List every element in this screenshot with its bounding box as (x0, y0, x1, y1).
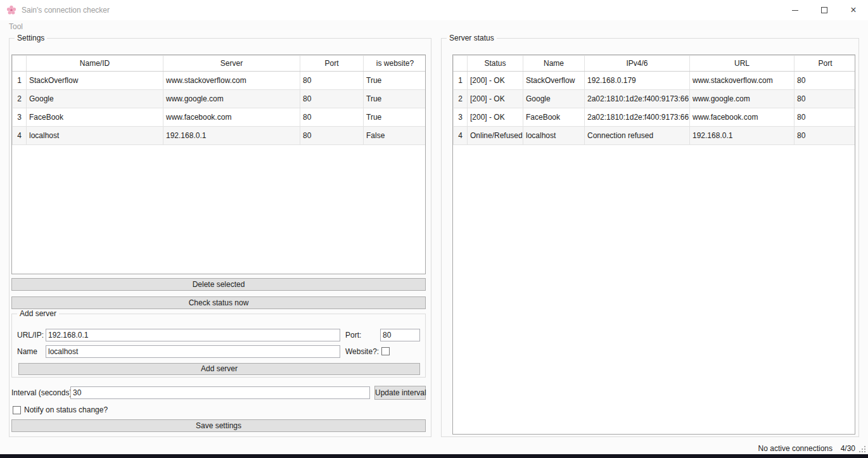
interval-input[interactable] (70, 386, 370, 399)
column-header[interactable]: Name (523, 56, 585, 72)
grid-cell[interactable]: True (364, 90, 426, 108)
save-settings-button[interactable]: Save settings (11, 419, 426, 432)
row-header[interactable]: 1 (13, 72, 27, 90)
row-header[interactable]: 1 (454, 72, 468, 90)
grid-cell[interactable]: 80 (300, 90, 364, 108)
column-header[interactable]: Port (300, 56, 364, 72)
grid-cell[interactable]: 80 (795, 72, 856, 90)
grid-cell[interactable]: 80 (300, 127, 364, 145)
window-title: Sain's connection checker (22, 0, 110, 20)
column-header[interactable]: Status (468, 56, 523, 72)
grid-cell[interactable]: [200] - OK (468, 72, 523, 90)
server-status-group: Server status StatusNameIPv4/6URLPort1[2… (441, 38, 859, 437)
grid-cell[interactable]: True (364, 72, 426, 90)
settings-group: Settings Name/IDServerPortis website?1St… (9, 38, 431, 437)
row-header[interactable]: 2 (13, 90, 27, 108)
column-header[interactable]: IPv4/6 (585, 56, 690, 72)
table-row: 1[200] - OKStackOverflow192.168.0.179www… (454, 72, 856, 90)
grid-cell[interactable]: True (364, 108, 426, 127)
column-header[interactable]: Name/ID (27, 56, 163, 72)
grid-cell[interactable]: FaceBook (27, 108, 163, 127)
app-window: Sain's connection checker × Tool Setting… (0, 0, 868, 458)
row-header[interactable]: 2 (454, 90, 468, 108)
url-ip-input[interactable] (46, 329, 340, 341)
add-server-group-label: Add server (17, 309, 59, 318)
add-server-group: Add server URL/IP: Port: Name Website?: … (11, 314, 426, 378)
grid-cell[interactable]: 80 (300, 72, 364, 90)
grid-cell[interactable]: localhost (523, 127, 585, 145)
title-bar: Sain's connection checker × (0, 0, 868, 20)
server-status-grid: StatusNameIPv4/6URLPort1[200] - OKStackO… (453, 55, 855, 145)
grid-cell[interactable]: StackOverflow (523, 72, 585, 90)
port-input[interactable] (380, 329, 420, 341)
add-server-button[interactable]: Add server (18, 363, 420, 375)
grid-cell[interactable]: 80 (795, 108, 856, 127)
table-row: 2[200] - OKGoogle2a02:1810:1d2e:f400:917… (454, 90, 856, 108)
grid-cell[interactable]: 192.168.0.1 (163, 127, 300, 145)
column-header[interactable]: URL (690, 56, 795, 72)
menu-tool[interactable]: Tool (5, 20, 27, 34)
settings-grid-container: Name/IDServerPortis website?1StackOverfl… (11, 54, 426, 274)
name-input[interactable] (46, 345, 340, 358)
server-status-group-label: Server status (447, 34, 497, 42)
grid-cell[interactable]: localhost (27, 127, 163, 145)
table-row: 3[200] - OKFaceBook2a02:1810:1d2e:f400:9… (454, 108, 856, 127)
grid-cell[interactable]: [200] - OK (468, 108, 523, 127)
grid-cell[interactable]: Connection refused (585, 127, 690, 145)
grid-cell[interactable]: FaceBook (523, 108, 585, 127)
grid-corner[interactable] (13, 56, 27, 72)
status-counter: 4/30 (841, 443, 855, 454)
grid-cell[interactable]: StackOverflow (27, 72, 163, 90)
grid-cell[interactable]: www.stackoverflow.com (690, 72, 795, 90)
grid-cell[interactable]: [200] - OK (468, 90, 523, 108)
minimize-button[interactable] (781, 0, 810, 20)
grid-cell[interactable]: Online/Refused (468, 127, 523, 145)
status-bar: No active connections 4/30 (0, 443, 868, 454)
taskbar-edge (0, 454, 868, 458)
maximize-button[interactable] (810, 0, 839, 20)
close-icon: × (850, 5, 856, 15)
grid-cell[interactable]: 80 (300, 108, 364, 127)
row-header[interactable]: 3 (454, 108, 468, 127)
minimize-icon (792, 10, 798, 11)
grid-cell[interactable]: 192.168.0.1 (690, 127, 795, 145)
website-checkbox[interactable] (381, 347, 390, 355)
grid-cell[interactable]: 192.168.0.179 (585, 72, 690, 90)
row-header[interactable]: 4 (454, 127, 468, 145)
row-header[interactable]: 3 (13, 108, 27, 127)
grid-cell[interactable]: www.stackoverflow.com (163, 72, 300, 90)
column-header[interactable]: Server (163, 56, 300, 72)
grid-cell[interactable]: www.google.com (690, 90, 795, 108)
website-label: Website?: (345, 345, 379, 358)
grid-cell[interactable]: False (364, 127, 426, 145)
table-row: 2Googlewww.google.com80True (13, 90, 426, 108)
grid-cell[interactable]: www.facebook.com (163, 108, 300, 127)
maximize-icon (821, 7, 827, 13)
resize-grip-icon[interactable] (864, 451, 865, 452)
grid-cell[interactable]: www.google.com (163, 90, 300, 108)
delete-selected-button[interactable]: Delete selected (11, 278, 426, 291)
table-row: 3FaceBookwww.facebook.com80True (13, 108, 426, 127)
settings-grid: Name/IDServerPortis website?1StackOverfl… (12, 55, 426, 145)
url-ip-label: URL/IP: (17, 329, 44, 341)
close-button[interactable]: × (839, 0, 868, 20)
name-label: Name (17, 345, 37, 358)
check-status-now-button[interactable]: Check status now (11, 296, 426, 309)
grid-corner[interactable] (454, 56, 468, 72)
column-header[interactable]: is website? (364, 56, 426, 72)
grid-cell[interactable]: 2a02:1810:1d2e:f400:9173:66... (585, 108, 690, 127)
column-header[interactable]: Port (795, 56, 856, 72)
grid-cell[interactable]: 80 (795, 127, 856, 145)
status-message: No active connections (758, 443, 833, 454)
grid-cell[interactable]: Google (27, 90, 163, 108)
row-header[interactable]: 4 (13, 127, 27, 145)
settings-group-label: Settings (15, 34, 47, 42)
table-row: 1StackOverflowwww.stackoverflow.com80Tru… (13, 72, 426, 90)
update-interval-button[interactable]: Update interval (374, 386, 426, 400)
grid-cell[interactable]: 80 (795, 90, 856, 108)
grid-cell[interactable]: www.facebook.com (690, 108, 795, 127)
grid-cell[interactable]: 2a02:1810:1d2e:f400:9173:66... (585, 90, 690, 108)
notify-checkbox[interactable] (13, 406, 21, 414)
grid-cell[interactable]: Google (523, 90, 585, 108)
menu-bar: Tool (0, 20, 868, 34)
